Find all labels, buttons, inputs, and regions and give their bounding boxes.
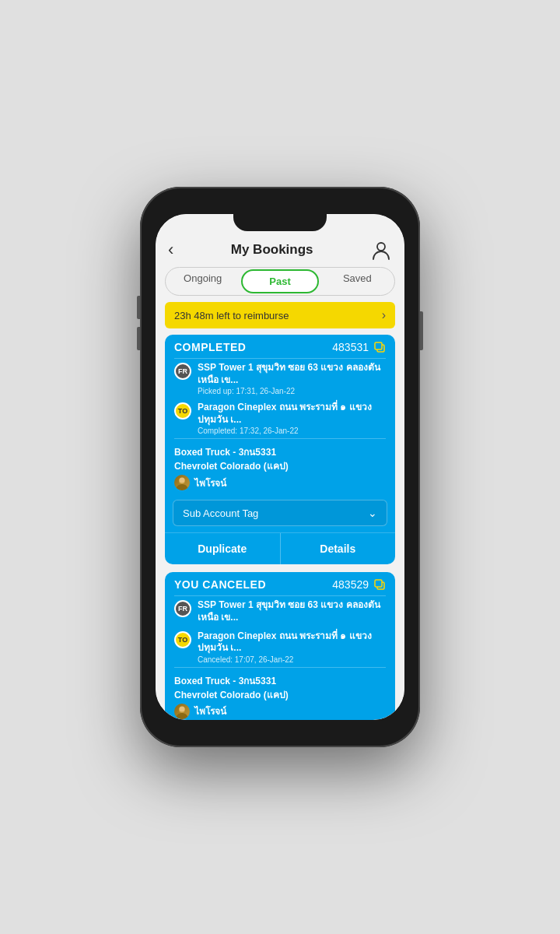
svg-point-8 <box>180 706 185 711</box>
profile-icon[interactable] <box>370 239 392 261</box>
driver-name-canceled: ไพโรจน์ <box>194 704 226 718</box>
driver-avatar-canceled <box>174 704 190 719</box>
booking-id-completed: 483531 <box>332 341 369 353</box>
booking-status-completed: COMPLETED <box>174 341 246 353</box>
duplicate-button-completed[interactable]: Duplicate <box>165 533 281 564</box>
route-from-completed: FR SSP Tower 1 สุขุมวิท ซอย 63 แขวง คลอง… <box>165 359 395 399</box>
to-time-completed: Completed: 17:32, 26-Jan-22 <box>198 427 386 435</box>
from-address-canceled: SSP Tower 1 สุขุมวิท ซอย 63 แขวง คลองตัน… <box>198 599 386 623</box>
booking-card-canceled: YOU CANCELED 483529 FR SSP Tower 1 สุขุ <box>165 572 395 720</box>
route-to-completed: TO Paragon Cineplex ถนน พระรามที่ ๑ แขวง… <box>165 399 395 438</box>
badge-to-canceled: TO <box>174 631 191 648</box>
sub-account-dropdown-completed[interactable]: Sub Account Tag ⌄ <box>173 500 387 526</box>
svg-point-0 <box>377 243 385 251</box>
tab-bar: Ongoing Past Saved <box>165 267 395 296</box>
back-button[interactable]: ‹ <box>168 240 173 260</box>
sub-account-label-completed: Sub Account Tag <box>183 507 258 519</box>
vehicle-info-canceled: Boxed Truck - 3กน5331 Chevrolet Colorado… <box>165 668 395 720</box>
copy-icon-completed[interactable] <box>373 341 386 353</box>
booking-id-canceled: 483529 <box>332 578 369 591</box>
chevron-down-icon-completed: ⌄ <box>368 507 377 519</box>
app-header: ‹ My Bookings <box>156 236 404 267</box>
tab-saved[interactable]: Saved <box>320 268 394 295</box>
route-from-canceled: FR SSP Tower 1 สุขุมวิท ซอย 63 แขวง คลอง… <box>165 596 395 627</box>
action-buttons-completed: Duplicate Details <box>165 532 395 564</box>
tab-ongoing[interactable]: Ongoing <box>166 268 240 295</box>
reimburse-banner[interactable]: 23h 48m left to reimburse › <box>165 302 395 328</box>
booking-card-completed: COMPLETED 483531 FR SSP Tower 1 สุขุมวิ <box>165 335 395 564</box>
tab-past[interactable]: Past <box>241 269 318 293</box>
car-model-completed: Chevrolet Colorado (แคป) <box>174 459 386 473</box>
details-button-completed[interactable]: Details <box>281 533 396 564</box>
booking-status-canceled: YOU CANCELED <box>174 578 266 591</box>
page-title: My Bookings <box>231 242 313 258</box>
from-time-completed: Picked up: 17:31, 26-Jan-22 <box>198 387 386 395</box>
vehicle-type-completed: Boxed Truck - 3กน5331 <box>174 445 386 459</box>
reimburse-text: 23h 48m left to reimburse <box>174 310 289 321</box>
to-time-canceled: Canceled: 17:07, 26-Jan-22 <box>198 655 386 664</box>
svg-rect-6 <box>375 580 382 587</box>
badge-fr-canceled: FR <box>174 600 191 617</box>
vehicle-type-canceled: Boxed Truck - 3กน5331 <box>174 674 386 688</box>
reimburse-arrow-icon: › <box>382 308 386 322</box>
svg-point-4 <box>180 478 185 483</box>
to-address-canceled: Paragon Cineplex ถนน พระรามที่ ๑ แขวง ปท… <box>198 630 386 655</box>
badge-fr-completed: FR <box>174 363 191 380</box>
vehicle-info-completed: Boxed Truck - 3กน5331 Chevrolet Colorado… <box>165 439 395 493</box>
copy-icon-canceled[interactable] <box>373 578 386 591</box>
car-model-canceled: Chevrolet Colorado (แคป) <box>174 688 386 702</box>
to-address-completed: Paragon Cineplex ถนน พระรามที่ ๑ แขวง ปท… <box>198 402 386 426</box>
svg-rect-2 <box>375 342 382 349</box>
driver-avatar-completed <box>174 475 190 490</box>
driver-name-completed: ไพโรจน์ <box>194 476 226 490</box>
route-to-canceled: TO Paragon Cineplex ถนน พระรามที่ ๑ แขวง… <box>165 627 395 667</box>
badge-to-completed: TO <box>174 402 191 420</box>
from-address-completed: SSP Tower 1 สุขุมวิท ซอย 63 แขวง คลองตัน… <box>198 362 386 386</box>
